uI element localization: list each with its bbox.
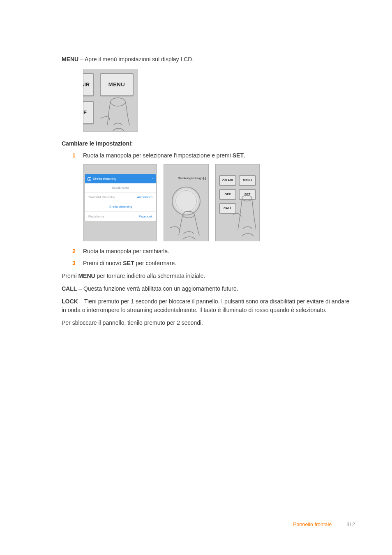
lock-paragraph: LOCK – Tieni premuto per 1 secondo per b…	[62, 297, 355, 314]
svg-point-0	[111, 98, 125, 106]
step-3: 3 Premi di nuovo SET per confermare.	[62, 259, 355, 268]
t: OFF	[225, 192, 231, 197]
step-1: 1 Ruota la manopola per selezionare l'im…	[62, 151, 355, 160]
svg-point-2	[242, 195, 252, 201]
t: Blackmagicdesign	[178, 176, 203, 180]
t: .	[244, 152, 245, 159]
lcd-screen: Diretta streaming › Uscita video Standar…	[85, 174, 156, 221]
lcd-row-selected: Diretta streaming	[85, 202, 156, 212]
step-number: 3	[72, 259, 83, 268]
t: Ruota la manopola per selezionare l'impo…	[83, 152, 233, 159]
footer-page-number: 312	[346, 521, 355, 529]
finger-icon	[166, 210, 208, 241]
figure-menu-press: AIR MENU F	[83, 69, 138, 132]
t: MENU	[243, 178, 252, 183]
lcd-header: Diretta streaming ›	[85, 174, 156, 183]
intro-paragraph: MENU – Apre il menù impostazioni sul dis…	[62, 55, 355, 64]
t: Premi di nuovo	[83, 260, 123, 266]
finger-icon	[97, 95, 136, 132]
step-text: Ruota la manopola per selezionare l'impo…	[83, 151, 355, 160]
t: ON AIR	[222, 178, 233, 183]
air-label: AIR	[83, 81, 90, 89]
f-label: F	[83, 109, 87, 117]
intro-text: – Apre il menù impostazioni sul display …	[78, 56, 194, 62]
menu-button: MENU	[239, 175, 256, 186]
lcd-row: Uscita video	[85, 183, 156, 193]
t: Facebook	[139, 214, 152, 219]
f-button: F	[83, 101, 94, 124]
t: – Tieni premuto per 1 secondo per blocca…	[62, 298, 349, 313]
t: SET	[233, 152, 244, 159]
t: – Questa funzione verrà abilitata con un…	[77, 285, 238, 292]
finger-icon	[232, 194, 260, 241]
step-2: 2 Ruota la manopola per cambiarla.	[62, 247, 355, 256]
lcd-title: Diretta streaming	[93, 176, 116, 181]
air-button: AIR	[83, 73, 94, 96]
on-air-button: ON AIR	[219, 175, 236, 186]
step-text: Ruota la manopola per cambiarla.	[83, 247, 355, 256]
knob-panel: Blackmagicdesign	[164, 164, 209, 241]
step-number: 1	[72, 151, 83, 160]
t: per confermare.	[134, 260, 177, 266]
t: Standard streaming	[88, 195, 115, 199]
unlock-paragraph: Per sbloccare il pannello, tienilo premu…	[62, 319, 355, 327]
lcd-row: Standard streaming Automatico	[85, 193, 156, 202]
step-text: Premi di nuovo SET per confermare.	[83, 259, 355, 268]
page-footer: Pannello frontale 312	[62, 521, 355, 529]
figure-lcd-knob-buttons: Diretta streaming › Uscita video Standar…	[83, 164, 355, 241]
intro-label: MENU	[62, 56, 78, 62]
brand-label: Blackmagicdesign	[164, 176, 206, 180]
footer-section: Pannello frontale	[293, 521, 332, 529]
step-number: 2	[72, 247, 83, 256]
t: Automatico	[137, 195, 152, 199]
t: Premi	[62, 273, 78, 279]
chevron-right-icon: ›	[152, 176, 153, 182]
lcd-row: Piattaforma Facebook	[85, 212, 156, 221]
t: CALL	[62, 285, 77, 292]
svg-point-1	[183, 211, 194, 218]
section-heading: Cambiare le impostazioni:	[62, 139, 355, 148]
t: Diretta streaming	[108, 204, 132, 209]
menu-label: MENU	[108, 81, 125, 89]
usb-icon	[203, 177, 206, 180]
t: MENU	[78, 273, 95, 279]
t: Uscita video	[112, 185, 129, 190]
t: SET	[123, 260, 134, 266]
menu-button: MENU	[100, 73, 134, 96]
press-menu-paragraph: Premi MENU per tornare indietro alla sch…	[62, 272, 355, 280]
t: LOCK	[62, 298, 78, 305]
stream-icon	[88, 177, 91, 181]
call-paragraph: CALL – Questa funzione verrà abilitata c…	[62, 284, 355, 293]
t: CALL	[224, 206, 232, 210]
t: per tornare indietro alla schermata iniz…	[95, 273, 205, 279]
buttons-panel: ON AIR MENU OFF SET CALL	[215, 164, 260, 241]
t: Piattaforma	[88, 214, 104, 219]
lcd-panel: Diretta streaming › Uscita video Standar…	[83, 164, 157, 241]
